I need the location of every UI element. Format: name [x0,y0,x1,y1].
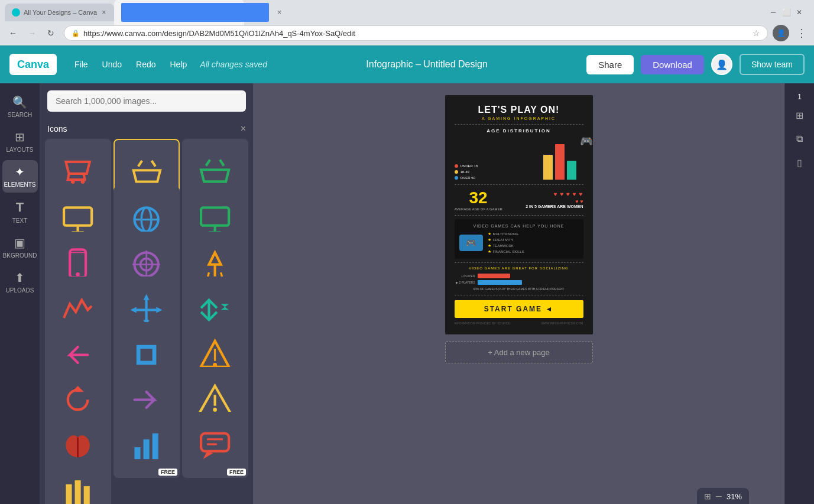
share-button[interactable]: Share [586,55,634,74]
download-button[interactable]: Download [641,55,704,74]
forward-button[interactable]: → [24,25,40,41]
sidebar-item-elements[interactable]: ✦ ELEMENTS [2,160,38,193]
svg-marker-29 [221,304,229,310]
bookmark-star-icon[interactable]: ☆ [753,28,760,38]
zoom-out-button[interactable]: ─ [716,492,722,501]
divider-2 [455,184,583,185]
sidebar-label-background: BKGROUND [3,252,37,259]
present-icon[interactable]: ⊞ [704,492,711,501]
show-team-button[interactable]: Show team [740,54,805,75]
undo-button[interactable]: Undo [96,56,128,73]
right-tool-2[interactable]: ⧉ [790,129,809,148]
age-section-title: AGE DISTRIBUTION [455,128,583,134]
skills-content: 🎮 ★ MULTITASKING ★ CREATIVITY ★ TEAMWOR [459,232,579,254]
svg-point-12 [76,272,80,277]
icons-close-button[interactable]: × [241,123,246,134]
skill-label-1: MULTITASKING [493,232,518,236]
icons-section-header: Icons × [40,119,253,139]
legend-dot-under18 [455,164,458,168]
skill-list: ★ MULTITASKING ★ CREATIVITY ★ TEAMWORK [488,232,524,254]
skill-label-4: FINANCIAL SKILLS [493,250,524,253]
add-page-button[interactable]: + Add a new page [445,342,593,363]
svg-marker-35 [72,386,84,392]
tab-close-infographic[interactable]: × [276,7,283,18]
window-close-button[interactable]: ✕ [794,7,805,18]
browser-menu-icon[interactable]: ⋮ [794,24,809,42]
social-title: VIDEO GAMES ARE GREAT FOR SOCIALIZING [455,266,583,270]
free-badge: FREE [158,469,177,476]
right-tool-3[interactable]: ▯ [790,153,809,172]
average-age-number: 32 [455,188,502,207]
tab-favicon-canva [12,8,20,17]
ssl-lock-icon: 🔒 [72,30,80,37]
window-minimize-button[interactable]: ─ [768,7,779,18]
infographic-canvas[interactable]: LET'S PLAY ON! A GAMING INFOGRAPHIC AGE … [445,95,593,334]
elements-icon: ✦ [15,165,25,179]
star-icon-1: ★ [488,232,491,236]
average-age-label: AVERAGE AGE OF A GAMER [455,207,502,212]
svg-point-38 [213,408,218,412]
sidebar-item-text[interactable]: T TEXT [2,195,38,229]
user-avatar[interactable]: 👤 [711,54,732,75]
svg-marker-26 [131,307,137,313]
sidebar-item-uploads[interactable]: ⬆ UPLOADS [2,266,38,298]
icon-item-trash[interactable]: FREE [45,457,111,504]
right-tool-1[interactable]: ⊞ [790,106,809,125]
svg-rect-39 [135,447,141,459]
svg-rect-47 [84,486,90,504]
bar-label-2players: ▶ 2 PLAYERS [455,281,475,284]
legend-over50: OVER 50 [455,176,478,180]
tab-close-canva[interactable]: × [100,7,107,18]
svg-marker-18 [209,253,221,265]
svg-rect-2 [64,207,92,225]
icon-item-chat[interactable]: FREE [182,412,248,478]
uploads-icon: ⬆ [15,271,25,285]
social-note: 63% OF GAMERS PLAY THEIR GAMES WITH A FR… [455,287,583,291]
bar-row-1player: 1 PLAYER [455,274,583,278]
tab-infographic[interactable]: Infographic – Untitled De... × [114,0,244,25]
infographic-subtitle: A GAMING INFOGRAPHIC [455,116,583,121]
star-icon-3: ★ [488,243,491,248]
bar-fill-1player [478,274,510,278]
divider-5 [455,295,583,295]
start-game-button[interactable]: START GAME ◄ [455,300,583,318]
icon-item-bars[interactable]: FREE [113,412,180,478]
redo-button[interactable]: Redo [130,56,161,73]
browser-profile-icon[interactable]: 👤 [773,25,789,41]
skill-label-2: CREATIVITY [493,238,514,242]
hearts-icon: ♥ ♥ ♥ ♥ ♥ [526,191,583,197]
age-legend: UNDER 18 18-49 OVER 50 [455,164,478,180]
sidebar-item-layouts[interactable]: ⊞ LAYOUTS [2,125,38,158]
back-button[interactable]: ← [5,25,21,41]
text-icon: T [16,200,24,215]
footer-right: WWW.INFOGRAPHICSIS.COM [541,321,583,325]
legend-dot-over50 [455,176,458,180]
star-icon-4: ★ [488,249,491,254]
sidebar-item-background[interactable]: ▣ BKGROUND [2,231,38,264]
sidebar-label-text: TEXT [12,217,28,224]
help-menu[interactable]: Help [164,56,193,73]
icons-grid: FREE FREE FREE FREE FREE [40,139,253,504]
sidebar-item-search[interactable]: 🔍 SEARCH [2,90,38,123]
legend-label-18-49: 18-49 [460,170,469,174]
zoom-level: 31% [727,492,742,501]
sidebar-label-layouts: LAYOUTS [7,147,34,153]
legend-under18: UNDER 18 [455,164,478,168]
svg-point-1 [81,180,85,184]
reload-button[interactable]: ↻ [43,25,59,41]
controller-icon: 🎮 [459,235,483,251]
svg-rect-31 [141,349,153,360]
average-age-stat: 32 AVERAGE AGE OF A GAMER [455,188,502,212]
window-restore-button[interactable]: ⬜ [781,7,792,18]
tab-title-canva: All Your Designs – Canva [24,9,97,16]
search-icon: 🔍 [12,95,27,109]
file-menu[interactable]: File [69,56,94,73]
canva-logo[interactable]: Canva [9,54,57,75]
search-bar [40,83,253,119]
tab-canva-home[interactable]: All Your Designs – Canva × [5,4,114,21]
svg-rect-41 [153,433,158,459]
skill-teamwork: ★ TEAMWORK [488,243,524,248]
search-input[interactable] [47,90,246,112]
divider-4 [455,262,583,263]
sidebar-label-search: SEARCH [8,112,33,118]
